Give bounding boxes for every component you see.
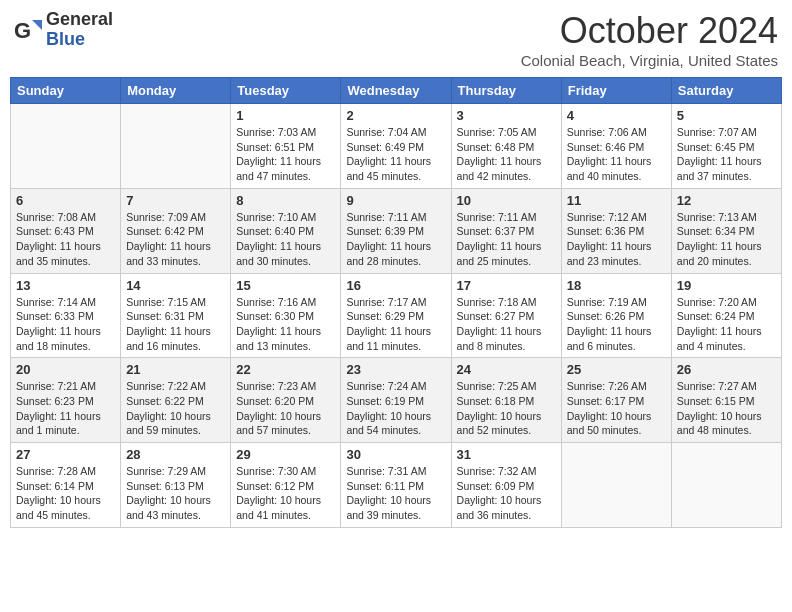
calendar-cell: 28Sunrise: 7:29 AM Sunset: 6:13 PM Dayli… <box>121 443 231 528</box>
day-number: 9 <box>346 193 445 208</box>
header-thursday: Thursday <box>451 78 561 104</box>
day-info: Sunrise: 7:07 AM Sunset: 6:45 PM Dayligh… <box>677 125 776 184</box>
day-info: Sunrise: 7:10 AM Sunset: 6:40 PM Dayligh… <box>236 210 335 269</box>
calendar-cell: 3Sunrise: 7:05 AM Sunset: 6:48 PM Daylig… <box>451 104 561 189</box>
day-number: 5 <box>677 108 776 123</box>
day-number: 27 <box>16 447 115 462</box>
day-info: Sunrise: 7:27 AM Sunset: 6:15 PM Dayligh… <box>677 379 776 438</box>
calendar-cell: 8Sunrise: 7:10 AM Sunset: 6:40 PM Daylig… <box>231 188 341 273</box>
day-number: 30 <box>346 447 445 462</box>
page-header: G General Blue October 2024 Colonial Bea… <box>10 10 782 69</box>
day-info: Sunrise: 7:30 AM Sunset: 6:12 PM Dayligh… <box>236 464 335 523</box>
day-number: 13 <box>16 278 115 293</box>
day-number: 14 <box>126 278 225 293</box>
day-info: Sunrise: 7:11 AM Sunset: 6:37 PM Dayligh… <box>457 210 556 269</box>
calendar-cell <box>11 104 121 189</box>
day-number: 8 <box>236 193 335 208</box>
day-info: Sunrise: 7:13 AM Sunset: 6:34 PM Dayligh… <box>677 210 776 269</box>
day-info: Sunrise: 7:16 AM Sunset: 6:30 PM Dayligh… <box>236 295 335 354</box>
day-number: 7 <box>126 193 225 208</box>
day-info: Sunrise: 7:32 AM Sunset: 6:09 PM Dayligh… <box>457 464 556 523</box>
day-number: 15 <box>236 278 335 293</box>
day-number: 18 <box>567 278 666 293</box>
week-row-2: 6Sunrise: 7:08 AM Sunset: 6:43 PM Daylig… <box>11 188 782 273</box>
calendar-cell: 27Sunrise: 7:28 AM Sunset: 6:14 PM Dayli… <box>11 443 121 528</box>
location-subtitle: Colonial Beach, Virginia, United States <box>521 52 778 69</box>
day-info: Sunrise: 7:17 AM Sunset: 6:29 PM Dayligh… <box>346 295 445 354</box>
logo-icon: G <box>14 16 42 44</box>
calendar-cell: 15Sunrise: 7:16 AM Sunset: 6:30 PM Dayli… <box>231 273 341 358</box>
week-row-3: 13Sunrise: 7:14 AM Sunset: 6:33 PM Dayli… <box>11 273 782 358</box>
calendar-header-row: SundayMondayTuesdayWednesdayThursdayFrid… <box>11 78 782 104</box>
calendar-cell: 9Sunrise: 7:11 AM Sunset: 6:39 PM Daylig… <box>341 188 451 273</box>
day-info: Sunrise: 7:20 AM Sunset: 6:24 PM Dayligh… <box>677 295 776 354</box>
header-sunday: Sunday <box>11 78 121 104</box>
week-row-1: 1Sunrise: 7:03 AM Sunset: 6:51 PM Daylig… <box>11 104 782 189</box>
calendar-cell: 13Sunrise: 7:14 AM Sunset: 6:33 PM Dayli… <box>11 273 121 358</box>
day-info: Sunrise: 7:05 AM Sunset: 6:48 PM Dayligh… <box>457 125 556 184</box>
calendar-table: SundayMondayTuesdayWednesdayThursdayFrid… <box>10 77 782 528</box>
day-info: Sunrise: 7:06 AM Sunset: 6:46 PM Dayligh… <box>567 125 666 184</box>
logo-blue: Blue <box>46 30 113 50</box>
day-info: Sunrise: 7:23 AM Sunset: 6:20 PM Dayligh… <box>236 379 335 438</box>
week-row-4: 20Sunrise: 7:21 AM Sunset: 6:23 PM Dayli… <box>11 358 782 443</box>
calendar-cell: 12Sunrise: 7:13 AM Sunset: 6:34 PM Dayli… <box>671 188 781 273</box>
day-info: Sunrise: 7:25 AM Sunset: 6:18 PM Dayligh… <box>457 379 556 438</box>
calendar-cell: 14Sunrise: 7:15 AM Sunset: 6:31 PM Dayli… <box>121 273 231 358</box>
calendar-cell: 6Sunrise: 7:08 AM Sunset: 6:43 PM Daylig… <box>11 188 121 273</box>
calendar-cell: 31Sunrise: 7:32 AM Sunset: 6:09 PM Dayli… <box>451 443 561 528</box>
day-info: Sunrise: 7:28 AM Sunset: 6:14 PM Dayligh… <box>16 464 115 523</box>
calendar-cell <box>671 443 781 528</box>
day-number: 17 <box>457 278 556 293</box>
logo-text: General Blue <box>46 10 113 50</box>
calendar-cell: 26Sunrise: 7:27 AM Sunset: 6:15 PM Dayli… <box>671 358 781 443</box>
calendar-cell: 30Sunrise: 7:31 AM Sunset: 6:11 PM Dayli… <box>341 443 451 528</box>
day-info: Sunrise: 7:26 AM Sunset: 6:17 PM Dayligh… <box>567 379 666 438</box>
calendar-cell: 11Sunrise: 7:12 AM Sunset: 6:36 PM Dayli… <box>561 188 671 273</box>
calendar-cell: 4Sunrise: 7:06 AM Sunset: 6:46 PM Daylig… <box>561 104 671 189</box>
calendar-cell: 29Sunrise: 7:30 AM Sunset: 6:12 PM Dayli… <box>231 443 341 528</box>
day-number: 4 <box>567 108 666 123</box>
day-number: 26 <box>677 362 776 377</box>
day-info: Sunrise: 7:04 AM Sunset: 6:49 PM Dayligh… <box>346 125 445 184</box>
title-block: October 2024 Colonial Beach, Virginia, U… <box>521 10 778 69</box>
day-number: 31 <box>457 447 556 462</box>
day-info: Sunrise: 7:08 AM Sunset: 6:43 PM Dayligh… <box>16 210 115 269</box>
day-number: 1 <box>236 108 335 123</box>
calendar-cell: 18Sunrise: 7:19 AM Sunset: 6:26 PM Dayli… <box>561 273 671 358</box>
calendar-cell: 23Sunrise: 7:24 AM Sunset: 6:19 PM Dayli… <box>341 358 451 443</box>
logo: G General Blue <box>14 10 113 50</box>
day-info: Sunrise: 7:24 AM Sunset: 6:19 PM Dayligh… <box>346 379 445 438</box>
calendar-cell: 1Sunrise: 7:03 AM Sunset: 6:51 PM Daylig… <box>231 104 341 189</box>
day-info: Sunrise: 7:18 AM Sunset: 6:27 PM Dayligh… <box>457 295 556 354</box>
day-number: 3 <box>457 108 556 123</box>
header-tuesday: Tuesday <box>231 78 341 104</box>
calendar-cell: 20Sunrise: 7:21 AM Sunset: 6:23 PM Dayli… <box>11 358 121 443</box>
calendar-cell: 24Sunrise: 7:25 AM Sunset: 6:18 PM Dayli… <box>451 358 561 443</box>
calendar-cell: 2Sunrise: 7:04 AM Sunset: 6:49 PM Daylig… <box>341 104 451 189</box>
header-saturday: Saturday <box>671 78 781 104</box>
month-title: October 2024 <box>521 10 778 52</box>
day-number: 23 <box>346 362 445 377</box>
day-info: Sunrise: 7:09 AM Sunset: 6:42 PM Dayligh… <box>126 210 225 269</box>
calendar-cell: 19Sunrise: 7:20 AM Sunset: 6:24 PM Dayli… <box>671 273 781 358</box>
day-number: 24 <box>457 362 556 377</box>
day-number: 10 <box>457 193 556 208</box>
calendar-cell <box>121 104 231 189</box>
calendar-cell: 22Sunrise: 7:23 AM Sunset: 6:20 PM Dayli… <box>231 358 341 443</box>
day-info: Sunrise: 7:12 AM Sunset: 6:36 PM Dayligh… <box>567 210 666 269</box>
calendar-cell: 17Sunrise: 7:18 AM Sunset: 6:27 PM Dayli… <box>451 273 561 358</box>
svg-marker-1 <box>32 20 42 30</box>
day-number: 11 <box>567 193 666 208</box>
day-number: 16 <box>346 278 445 293</box>
day-number: 20 <box>16 362 115 377</box>
day-number: 12 <box>677 193 776 208</box>
calendar-cell: 16Sunrise: 7:17 AM Sunset: 6:29 PM Dayli… <box>341 273 451 358</box>
day-number: 2 <box>346 108 445 123</box>
day-number: 28 <box>126 447 225 462</box>
day-info: Sunrise: 7:14 AM Sunset: 6:33 PM Dayligh… <box>16 295 115 354</box>
day-info: Sunrise: 7:11 AM Sunset: 6:39 PM Dayligh… <box>346 210 445 269</box>
calendar-cell: 10Sunrise: 7:11 AM Sunset: 6:37 PM Dayli… <box>451 188 561 273</box>
day-number: 29 <box>236 447 335 462</box>
day-number: 6 <box>16 193 115 208</box>
